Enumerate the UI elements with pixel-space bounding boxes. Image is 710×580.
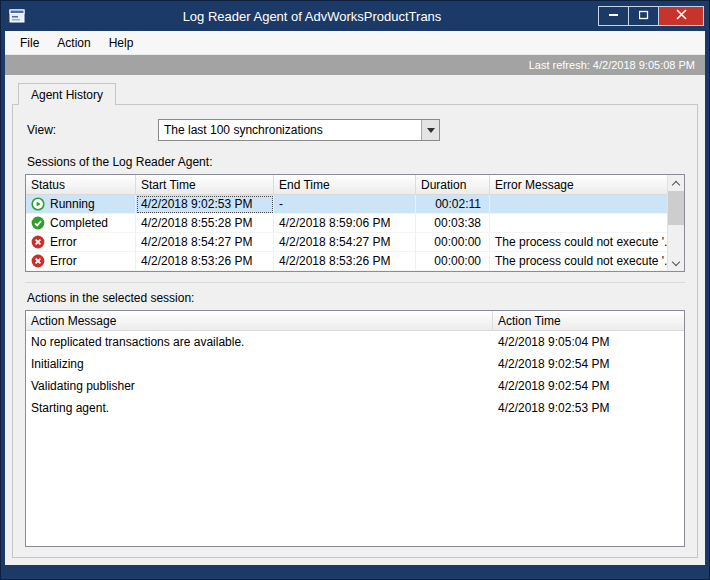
- dropdown-button[interactable]: [421, 120, 439, 140]
- session-end-time: -: [274, 195, 416, 214]
- column-header-start-time[interactable]: Start Time: [136, 175, 274, 194]
- menu-file[interactable]: File: [11, 33, 48, 53]
- tab-agent-history[interactable]: Agent History: [18, 83, 116, 105]
- log-reader-agent-window: Log Reader Agent of AdvWorksProductTrans…: [0, 0, 710, 580]
- window-icon: [9, 8, 25, 24]
- error-status-icon: [31, 254, 45, 268]
- session-error-message: [490, 195, 667, 214]
- column-header-error-message[interactable]: Error Message: [490, 175, 667, 194]
- session-error-message: [490, 214, 667, 233]
- session-end-time: 4/2/2018 8:59:06 PM: [274, 214, 416, 233]
- minimize-button[interactable]: [598, 6, 629, 26]
- sessions-table: Status Start Time End Time Duration Erro…: [25, 174, 685, 272]
- column-header-action-message[interactable]: Action Message: [26, 311, 493, 330]
- session-duration: 00:00:00: [416, 233, 490, 252]
- session-duration: 00:00:00: [416, 252, 490, 271]
- tab-strip: Agent History: [12, 82, 698, 104]
- action-row[interactable]: No replicated transactions are available…: [26, 331, 684, 353]
- action-row[interactable]: Validating publisher 4/2/2018 9:02:54 PM: [26, 375, 684, 397]
- session-row[interactable]: Error 4/2/2018 8:53:26 PM 4/2/2018 8:53:…: [26, 252, 684, 271]
- chevron-up-icon: [672, 180, 680, 188]
- session-start-time: 4/2/2018 9:02:53 PM: [136, 195, 274, 214]
- action-row[interactable]: Initializing 4/2/2018 9:02:54 PM: [26, 353, 684, 375]
- chevron-down-icon: [427, 128, 435, 133]
- close-icon: [676, 9, 687, 23]
- action-time: 4/2/2018 9:05:04 PM: [493, 331, 684, 353]
- maximize-button[interactable]: [628, 6, 659, 26]
- last-refresh-text: Last refresh: 4/2/2018 9:05:08 PM: [529, 59, 695, 71]
- session-error-message: The process could not execute '...: [490, 233, 667, 252]
- action-message: No replicated transactions are available…: [26, 331, 493, 353]
- close-button[interactable]: [658, 6, 704, 26]
- sessions-header: Status Start Time End Time Duration Erro…: [26, 175, 684, 195]
- session-status: Error: [50, 254, 77, 268]
- session-end-time: 4/2/2018 8:53:26 PM: [274, 252, 416, 271]
- view-row: View: The last 100 synchronizations: [27, 119, 685, 141]
- session-duration: 00:03:38: [416, 214, 490, 233]
- error-status-icon: [31, 235, 45, 249]
- session-start-time: 4/2/2018 8:55:28 PM: [136, 214, 274, 233]
- session-end-time: 4/2/2018 8:54:27 PM: [274, 233, 416, 252]
- running-status-icon: [31, 197, 45, 211]
- refresh-status-bar: Last refresh: 4/2/2018 9:05:08 PM: [5, 55, 705, 75]
- sessions-label: Sessions of the Log Reader Agent:: [27, 155, 685, 169]
- session-duration: 00:02:11: [416, 195, 490, 214]
- actions-label: Actions in the selected session:: [27, 291, 685, 305]
- menu-help[interactable]: Help: [100, 33, 143, 53]
- completed-status-icon: [31, 216, 45, 230]
- action-message: Initializing: [26, 353, 493, 375]
- window-body: File Action Help Last refresh: 4/2/2018 …: [5, 31, 705, 565]
- view-dropdown[interactable]: The last 100 synchronizations: [158, 119, 440, 141]
- scroll-down-button[interactable]: [668, 255, 684, 271]
- column-header-action-time[interactable]: Action Time: [493, 311, 684, 330]
- title-bar: Log Reader Agent of AdvWorksProductTrans: [1, 1, 709, 31]
- session-row[interactable]: Error 4/2/2018 8:54:27 PM 4/2/2018 8:54:…: [26, 233, 684, 252]
- session-status: Completed: [50, 216, 108, 230]
- scroll-up-button[interactable]: [668, 175, 684, 191]
- action-time: 4/2/2018 9:02:54 PM: [493, 353, 684, 375]
- actions-header: Action Message Action Time: [26, 311, 684, 331]
- scrollbar-thumb[interactable]: [668, 191, 684, 225]
- section-divider: [25, 282, 685, 283]
- minimize-icon: [609, 9, 619, 23]
- session-start-time: 4/2/2018 8:53:26 PM: [136, 252, 274, 271]
- chevron-down-icon: [672, 257, 680, 265]
- tab-control: Agent History View: The last 100 synchro…: [5, 75, 705, 565]
- action-row[interactable]: Starting agent. 4/2/2018 9:02:53 PM: [26, 397, 684, 419]
- session-row[interactable]: Running 4/2/2018 9:02:53 PM - 00:02:11: [26, 195, 684, 214]
- session-status: Running: [50, 197, 95, 211]
- menu-bar: File Action Help: [5, 31, 705, 55]
- maximize-icon: [639, 9, 649, 23]
- session-start-time: 4/2/2018 8:54:27 PM: [136, 233, 274, 252]
- action-time: 4/2/2018 9:02:54 PM: [493, 375, 684, 397]
- window-title: Log Reader Agent of AdvWorksProductTrans: [31, 9, 593, 24]
- view-label: View:: [27, 123, 158, 137]
- column-header-end-time[interactable]: End Time: [274, 175, 416, 194]
- caption-buttons: [599, 6, 704, 26]
- sessions-scrollbar[interactable]: [667, 175, 684, 271]
- menu-action[interactable]: Action: [48, 33, 99, 53]
- column-header-status[interactable]: Status: [26, 175, 136, 194]
- action-time: 4/2/2018 9:02:53 PM: [493, 397, 684, 419]
- session-status: Error: [50, 235, 77, 249]
- session-row[interactable]: Completed 4/2/2018 8:55:28 PM 4/2/2018 8…: [26, 214, 684, 233]
- action-message: Starting agent.: [26, 397, 493, 419]
- action-message: Validating publisher: [26, 375, 493, 397]
- column-header-duration[interactable]: Duration: [416, 175, 490, 194]
- agent-history-panel: View: The last 100 synchronizations Sess…: [12, 104, 698, 558]
- view-dropdown-value: The last 100 synchronizations: [159, 123, 421, 137]
- actions-table: Action Message Action Time No replicated…: [25, 310, 685, 547]
- session-error-message: The process could not execute '...: [490, 252, 667, 271]
